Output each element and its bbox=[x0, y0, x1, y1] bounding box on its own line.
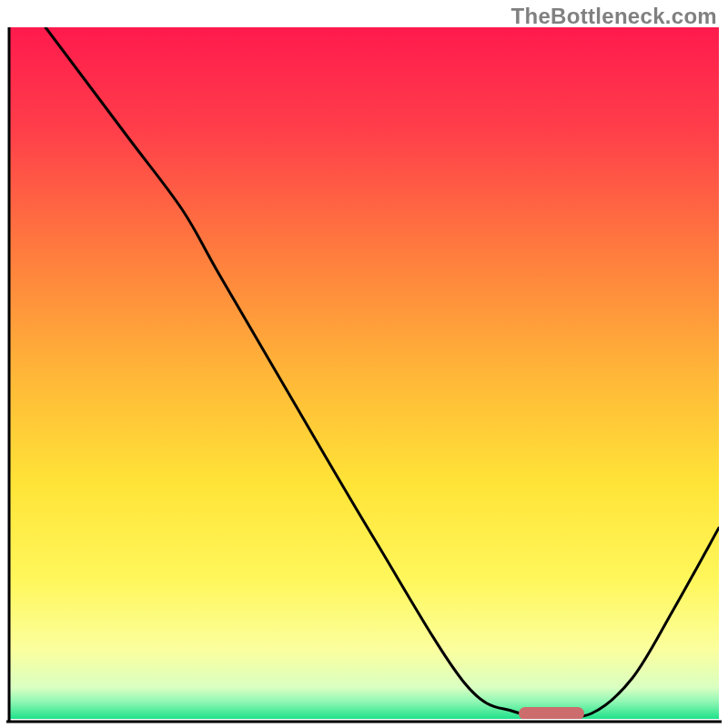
gradient-background bbox=[9, 27, 719, 719]
chart-container: TheBottleneck.com bbox=[0, 0, 728, 728]
bottleneck-chart bbox=[0, 0, 728, 728]
optimal-range-marker bbox=[519, 707, 584, 720]
